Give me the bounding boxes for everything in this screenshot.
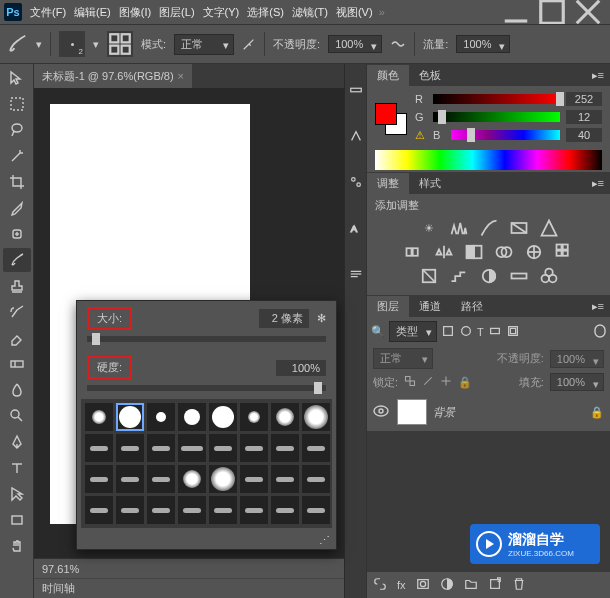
brush-panel-toggle[interactable] [107,31,133,57]
bw-adjust-icon[interactable] [464,243,484,261]
brush-preset[interactable] [209,496,237,524]
vibrance-adjust-icon[interactable] [539,219,559,237]
panel-menu-icon[interactable]: ▸≡ [586,177,610,190]
close-tab-icon[interactable]: × [178,70,184,82]
panel-menu-icon[interactable]: ▸≡ [586,69,610,82]
menu-filter[interactable]: 滤镜(T) [292,5,328,20]
brightness-adjust-icon[interactable]: ☀ [419,219,439,237]
hue-adjust-icon[interactable] [404,243,424,261]
eraser-tool[interactable] [3,326,31,350]
size-slider[interactable] [87,336,326,342]
photo-filter-icon[interactable] [494,243,514,261]
layer-row[interactable]: 背景 🔒 [367,393,610,431]
blur-tool[interactable] [3,378,31,402]
brush-preset[interactable] [85,496,113,524]
brush-tool[interactable] [3,248,31,272]
collapsed-panel-icon[interactable] [348,70,364,110]
paths-tab[interactable]: 路径 [451,296,493,317]
brush-preset[interactable] [85,434,113,462]
brush-preset[interactable] [271,403,299,431]
layer-name[interactable]: 背景 [433,405,455,420]
adjustment-layer-icon[interactable] [440,577,454,593]
brush-preset[interactable] [209,465,237,493]
magic-wand-tool[interactable] [3,144,31,168]
search-icon[interactable]: 🔍 [371,325,385,338]
new-layer-icon[interactable] [488,577,502,593]
layer-fx-icon[interactable]: fx [397,579,406,591]
brush-preset[interactable] [271,434,299,462]
levels-adjust-icon[interactable] [449,219,469,237]
gear-icon[interactable]: ✻ [317,312,326,325]
zoom-level[interactable]: 97.61% [42,563,79,575]
brush-preset[interactable] [116,465,144,493]
visibility-icon[interactable] [373,405,391,419]
menu-layer[interactable]: 图层(L) [159,5,194,20]
path-select-tool[interactable] [3,482,31,506]
spectrum-bar[interactable] [375,150,602,170]
gradient-map-icon[interactable] [509,267,529,285]
brush-preset[interactable] [302,434,330,462]
menu-file[interactable]: 文件(F) [30,5,66,20]
collapsed-panel-icon[interactable] [348,254,364,294]
brush-preset[interactable] [271,465,299,493]
menu-image[interactable]: 图像(I) [119,5,151,20]
fill-opacity-dropdown[interactable]: 100%▾ [550,373,604,391]
hardness-value[interactable]: 100% [276,360,326,376]
brush-preset[interactable] [302,403,330,431]
minimize-button[interactable] [498,1,534,23]
tablet-opacity-icon[interactable] [390,36,406,52]
crop-tool[interactable] [3,170,31,194]
channel-mixer-icon[interactable] [524,243,544,261]
brush-preset[interactable] [302,465,330,493]
color-swatches[interactable] [375,103,407,135]
rectangle-tool[interactable] [3,508,31,532]
healing-tool[interactable] [3,222,31,246]
gradient-tool[interactable] [3,352,31,376]
brush-preset[interactable]: 50 [178,496,206,524]
collapsed-panel-icon[interactable] [348,116,364,156]
brush-preset[interactable] [178,434,206,462]
panel-menu-icon[interactable]: ▸≡ [586,300,610,313]
lock-all-icon[interactable]: 🔒 [458,376,472,389]
dropdown-arrow-icon[interactable]: ▾ [93,38,99,51]
collapsed-panel-icon[interactable] [348,162,364,202]
filter-smart-icon[interactable] [506,324,520,340]
brush-preset[interactable] [302,496,330,524]
brush-preset[interactable] [240,403,268,431]
brush-preset[interactable] [240,496,268,524]
timeline-tab[interactable]: 时间轴 [42,581,75,596]
stamp-tool[interactable] [3,274,31,298]
layer-mask-icon[interactable] [416,577,430,593]
channels-tab[interactable]: 通道 [409,296,451,317]
lock-pixels-icon[interactable] [422,375,434,389]
lookup-adjust-icon[interactable] [554,243,574,261]
curves-adjust-icon[interactable] [479,219,499,237]
lock-transparent-icon[interactable] [404,375,416,389]
blend-mode-dropdown[interactable]: 正常▾ [174,34,234,55]
menu-edit[interactable]: 编辑(E) [74,5,111,20]
brush-preset[interactable] [147,465,175,493]
brush-preset[interactable] [178,465,206,493]
swatches-tab[interactable]: 色板 [409,65,451,86]
brush-preset[interactable]: 25 [147,496,175,524]
layer-thumbnail[interactable] [397,399,427,425]
opacity-dropdown[interactable]: 100%▾ [328,35,382,53]
b-value[interactable]: 40 [566,128,602,142]
invert-adjust-icon[interactable] [419,267,439,285]
exposure-adjust-icon[interactable] [509,219,529,237]
posterize-adjust-icon[interactable] [449,267,469,285]
maximize-button[interactable] [534,1,570,23]
color-tab[interactable]: 颜色 [367,65,409,86]
hand-tool[interactable] [3,534,31,558]
size-value[interactable]: 2 像素 [259,309,309,328]
type-tool[interactable] [3,456,31,480]
brush-preset[interactable] [209,403,237,431]
selective-color-icon[interactable] [539,267,559,285]
brush-preset[interactable] [85,403,113,431]
eyedropper-tool[interactable] [3,196,31,220]
menu-select[interactable]: 选择(S) [247,5,284,20]
r-slider[interactable] [433,94,560,104]
filter-shape-icon[interactable] [488,324,502,340]
move-tool[interactable] [3,66,31,90]
brush-tool-icon[interactable] [6,33,28,55]
